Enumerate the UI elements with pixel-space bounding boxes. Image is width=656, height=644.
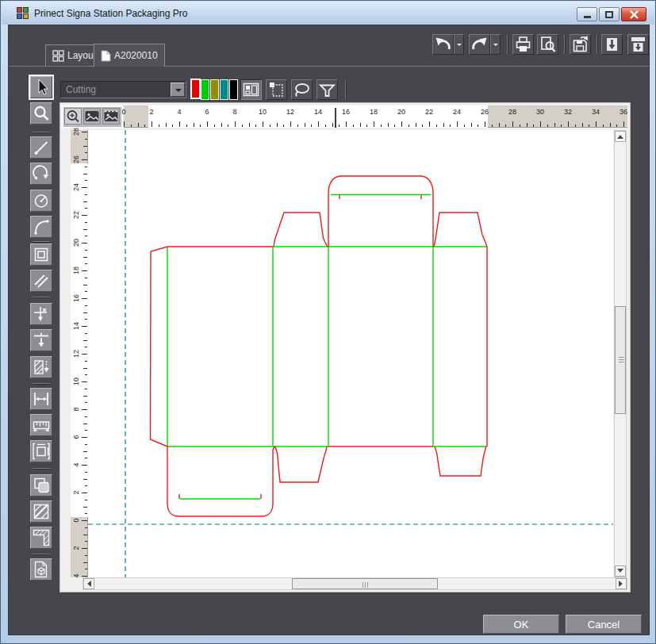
3d-preview-icon (31, 559, 52, 580)
print-icon (513, 35, 533, 54)
curve-icon (31, 217, 52, 237)
sheet-configuration-button[interactable] (240, 79, 262, 100)
save-icon (570, 35, 590, 54)
dieline-svg (88, 130, 613, 577)
tab-document[interactable]: A2020010 (94, 44, 165, 67)
horizontal-scrollbar[interactable] (82, 577, 627, 590)
sheet-selection-button[interactable] (266, 79, 287, 100)
cancel-button[interactable]: Cancel (566, 615, 642, 634)
ruler-label: 36 (616, 108, 631, 116)
object-dimension-tool[interactable] (30, 440, 52, 462)
hatch-area-tool[interactable] (30, 356, 52, 378)
hatch-fill-tool[interactable] (30, 500, 52, 523)
circle-tool[interactable] (30, 190, 52, 212)
ruler-label: 8 (227, 108, 243, 116)
rectangle-icon (31, 244, 52, 265)
cursor-icon (31, 77, 52, 98)
canvas[interactable] (88, 130, 613, 577)
arrow-right-icon (619, 581, 626, 587)
swatch-cut-red[interactable] (190, 79, 201, 99)
line-icon (31, 137, 52, 158)
horizontal-dimension-icon (31, 389, 52, 409)
redo-dropdown[interactable] (490, 34, 501, 55)
horizontal-dimension-tool[interactable] (30, 388, 52, 410)
view-zoom-button[interactable] (64, 108, 82, 125)
lasso-select-button[interactable] (291, 79, 313, 100)
view-panel: 024681012141618202224262830323436 282624… (59, 102, 631, 592)
select-tool[interactable] (30, 76, 52, 98)
ruler-label: 10 (255, 108, 270, 116)
line-tool[interactable] (30, 136, 52, 159)
undo-button[interactable] (432, 34, 454, 55)
undo-dropdown[interactable] (454, 34, 464, 55)
move-point-icon (31, 304, 52, 324)
arc-icon (31, 163, 52, 184)
scroll-up-button[interactable] (615, 131, 626, 142)
print-button[interactable] (512, 34, 534, 55)
ruler-label: 30 (532, 108, 548, 116)
toolbar-separator (597, 35, 597, 54)
group-tool[interactable] (30, 474, 52, 496)
horizontal-scroll-thumb[interactable] (292, 578, 438, 589)
document-icon (101, 50, 111, 62)
curve-tool[interactable] (30, 216, 52, 238)
maximize-button[interactable] (599, 7, 620, 21)
lasso-icon (292, 80, 312, 99)
arc-tool[interactable] (30, 163, 52, 185)
3d-preview-tool[interactable] (30, 558, 52, 581)
hatch-area-icon (31, 357, 52, 378)
grid-icon (52, 50, 64, 62)
ruler-tool[interactable] (30, 414, 52, 436)
minimize-button[interactable] (577, 7, 597, 21)
undo-icon (433, 35, 453, 54)
filter-button[interactable] (316, 79, 338, 100)
thumb-grip (367, 582, 368, 588)
move-line-tool[interactable] (30, 329, 52, 351)
save-button[interactable] (570, 34, 591, 55)
view-fit-page-button[interactable] (83, 108, 101, 125)
export-icon (628, 35, 648, 54)
vertical-scroll-thumb[interactable] (615, 306, 626, 414)
ruler-label: 18 (366, 108, 382, 116)
object-dimension-icon (31, 441, 52, 462)
ok-button[interactable]: OK (483, 615, 559, 634)
import-button[interactable] (601, 34, 623, 55)
ruler-label: 12 (282, 108, 298, 116)
arrow-left-icon (84, 581, 91, 587)
print-preview-button[interactable] (537, 34, 558, 55)
ruler-label: 4 (171, 108, 187, 116)
close-icon (630, 10, 639, 19)
tool-separator (33, 383, 50, 384)
window-frame: Prinect Signa Station Packaging Pro (0, 0, 656, 644)
thumb-grip (619, 359, 624, 360)
combobox-dropdown-arrow[interactable] (171, 82, 185, 97)
ruler-label: 34 (588, 108, 604, 116)
import-icon (602, 35, 622, 54)
zoom-tool[interactable] (30, 102, 52, 125)
parallel-lines-tool[interactable] (30, 270, 52, 292)
scroll-left-button[interactable] (83, 578, 94, 589)
titlebar: Prinect Signa Station Packaging Pro (2, 2, 654, 25)
rectangle-tool[interactable] (30, 243, 52, 266)
mode-combobox[interactable]: Cutting (60, 81, 186, 98)
arrow-down-icon (617, 569, 623, 576)
tool-separator (33, 554, 50, 554)
swatch-crease-green[interactable] (201, 79, 209, 100)
ruler-icon (31, 415, 52, 435)
ruler-label: 14 (310, 108, 326, 116)
circle-icon (31, 190, 52, 211)
minimize-icon (584, 16, 591, 18)
close-button[interactable] (621, 7, 646, 21)
swatch-olive[interactable] (210, 79, 219, 100)
scroll-right-button[interactable] (616, 578, 627, 589)
move-point-tool[interactable] (30, 303, 52, 325)
vertical-scrollbar[interactable] (614, 130, 627, 577)
redo-button[interactable] (469, 34, 490, 55)
scroll-down-button[interactable] (615, 565, 626, 577)
swatch-teal[interactable] (220, 79, 228, 100)
bleed-corner-tool[interactable] (30, 527, 52, 549)
thumb-grip (363, 582, 363, 588)
swatch-black[interactable] (229, 79, 238, 100)
export-button[interactable] (627, 34, 649, 55)
arrow-up-icon (617, 132, 623, 139)
